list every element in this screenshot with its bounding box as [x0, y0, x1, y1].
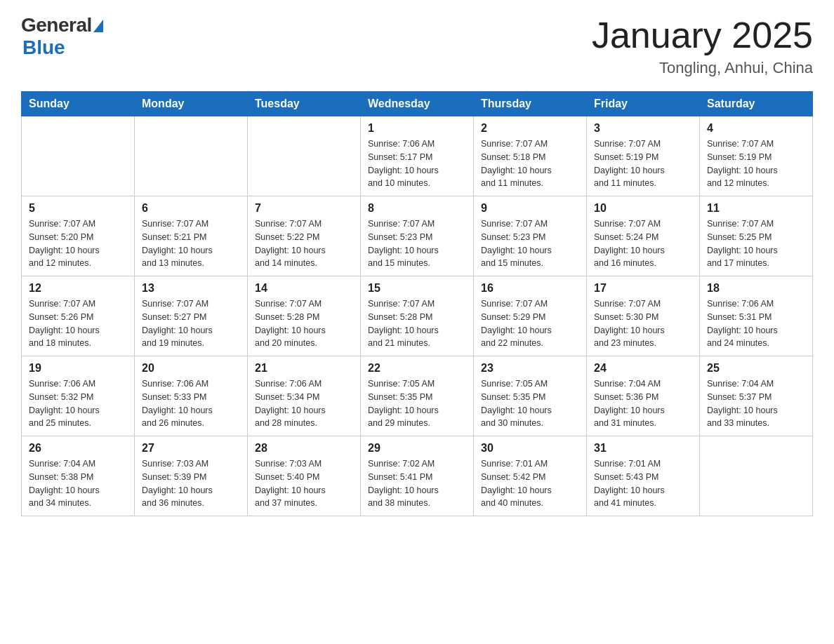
calendar-cell: 3Sunrise: 7:07 AMSunset: 5:19 PMDaylight…: [587, 116, 700, 196]
calendar-cell: [22, 116, 135, 196]
calendar-cell: 11Sunrise: 7:07 AMSunset: 5:25 PMDayligh…: [700, 196, 813, 276]
calendar-cell: 19Sunrise: 7:06 AMSunset: 5:32 PMDayligh…: [22, 356, 135, 436]
title-block: January 2025 Tongling, Anhui, China: [592, 14, 813, 77]
calendar-cell: 14Sunrise: 7:07 AMSunset: 5:28 PMDayligh…: [248, 276, 361, 356]
weekday-header: Tuesday: [248, 92, 361, 116]
calendar-cell: 22Sunrise: 7:05 AMSunset: 5:35 PMDayligh…: [361, 356, 474, 436]
weekday-header: Wednesday: [361, 92, 474, 116]
day-number: 20: [142, 362, 240, 375]
calendar-table: SundayMondayTuesdayWednesdayThursdayFrid…: [21, 91, 813, 516]
calendar-week-row: 1Sunrise: 7:06 AMSunset: 5:17 PMDaylight…: [22, 116, 813, 196]
day-number: 24: [594, 362, 692, 375]
calendar-cell: [700, 436, 813, 516]
calendar-header-row: SundayMondayTuesdayWednesdayThursdayFrid…: [22, 92, 813, 116]
day-info: Sunrise: 7:07 AMSunset: 5:25 PMDaylight:…: [707, 217, 805, 270]
calendar-cell: 13Sunrise: 7:07 AMSunset: 5:27 PMDayligh…: [135, 276, 248, 356]
calendar-cell: 26Sunrise: 7:04 AMSunset: 5:38 PMDayligh…: [22, 436, 135, 516]
day-info: Sunrise: 7:04 AMSunset: 5:38 PMDaylight:…: [29, 457, 127, 510]
weekday-header: Monday: [135, 92, 248, 116]
day-number: 30: [481, 442, 579, 455]
day-number: 23: [481, 362, 579, 375]
calendar-week-row: 19Sunrise: 7:06 AMSunset: 5:32 PMDayligh…: [22, 356, 813, 436]
day-info: Sunrise: 7:05 AMSunset: 5:35 PMDaylight:…: [368, 377, 466, 430]
calendar-week-row: 5Sunrise: 7:07 AMSunset: 5:20 PMDaylight…: [22, 196, 813, 276]
day-info: Sunrise: 7:07 AMSunset: 5:29 PMDaylight:…: [481, 297, 579, 350]
day-number: 15: [368, 282, 466, 295]
day-info: Sunrise: 7:07 AMSunset: 5:30 PMDaylight:…: [594, 297, 692, 350]
calendar-cell: 6Sunrise: 7:07 AMSunset: 5:21 PMDaylight…: [135, 196, 248, 276]
calendar-cell: 8Sunrise: 7:07 AMSunset: 5:23 PMDaylight…: [361, 196, 474, 276]
day-info: Sunrise: 7:07 AMSunset: 5:27 PMDaylight:…: [142, 297, 240, 350]
day-number: 5: [29, 202, 127, 215]
day-info: Sunrise: 7:06 AMSunset: 5:31 PMDaylight:…: [707, 297, 805, 350]
day-info: Sunrise: 7:07 AMSunset: 5:28 PMDaylight:…: [368, 297, 466, 350]
calendar-cell: 16Sunrise: 7:07 AMSunset: 5:29 PMDayligh…: [474, 276, 587, 356]
day-number: 7: [255, 202, 353, 215]
day-info: Sunrise: 7:06 AMSunset: 5:33 PMDaylight:…: [142, 377, 240, 430]
day-number: 9: [481, 202, 579, 215]
weekday-header: Sunday: [22, 92, 135, 116]
calendar-cell: 5Sunrise: 7:07 AMSunset: 5:20 PMDaylight…: [22, 196, 135, 276]
day-number: 21: [255, 362, 353, 375]
day-number: 22: [368, 362, 466, 375]
day-info: Sunrise: 7:06 AMSunset: 5:32 PMDaylight:…: [29, 377, 127, 430]
calendar-cell: 24Sunrise: 7:04 AMSunset: 5:36 PMDayligh…: [587, 356, 700, 436]
day-info: Sunrise: 7:04 AMSunset: 5:37 PMDaylight:…: [707, 377, 805, 430]
day-info: Sunrise: 7:06 AMSunset: 5:34 PMDaylight:…: [255, 377, 353, 430]
day-info: Sunrise: 7:05 AMSunset: 5:35 PMDaylight:…: [481, 377, 579, 430]
weekday-header: Friday: [587, 92, 700, 116]
day-info: Sunrise: 7:07 AMSunset: 5:22 PMDaylight:…: [255, 217, 353, 270]
day-info: Sunrise: 7:04 AMSunset: 5:36 PMDaylight:…: [594, 377, 692, 430]
weekday-header: Saturday: [700, 92, 813, 116]
calendar-cell: 15Sunrise: 7:07 AMSunset: 5:28 PMDayligh…: [361, 276, 474, 356]
logo-blue-text: Blue: [22, 36, 65, 59]
calendar-cell: 1Sunrise: 7:06 AMSunset: 5:17 PMDaylight…: [361, 116, 474, 196]
day-info: Sunrise: 7:03 AMSunset: 5:39 PMDaylight:…: [142, 457, 240, 510]
day-number: 11: [707, 202, 805, 215]
calendar-cell: 30Sunrise: 7:01 AMSunset: 5:42 PMDayligh…: [474, 436, 587, 516]
day-info: Sunrise: 7:01 AMSunset: 5:42 PMDaylight:…: [481, 457, 579, 510]
calendar-cell: 17Sunrise: 7:07 AMSunset: 5:30 PMDayligh…: [587, 276, 700, 356]
day-number: 13: [142, 282, 240, 295]
calendar-cell: 31Sunrise: 7:01 AMSunset: 5:43 PMDayligh…: [587, 436, 700, 516]
calendar-cell: [248, 116, 361, 196]
day-info: Sunrise: 7:07 AMSunset: 5:26 PMDaylight:…: [29, 297, 127, 350]
calendar-cell: 27Sunrise: 7:03 AMSunset: 5:39 PMDayligh…: [135, 436, 248, 516]
calendar-week-row: 26Sunrise: 7:04 AMSunset: 5:38 PMDayligh…: [22, 436, 813, 516]
day-info: Sunrise: 7:07 AMSunset: 5:19 PMDaylight:…: [707, 137, 805, 190]
weekday-header: Thursday: [474, 92, 587, 116]
day-number: 25: [707, 362, 805, 375]
day-info: Sunrise: 7:02 AMSunset: 5:41 PMDaylight:…: [368, 457, 466, 510]
day-number: 28: [255, 442, 353, 455]
day-info: Sunrise: 7:07 AMSunset: 5:23 PMDaylight:…: [368, 217, 466, 270]
calendar-cell: 25Sunrise: 7:04 AMSunset: 5:37 PMDayligh…: [700, 356, 813, 436]
day-number: 1: [368, 122, 466, 135]
page-header: General Blue January 2025 Tongling, Anhu…: [21, 14, 813, 77]
calendar-week-row: 12Sunrise: 7:07 AMSunset: 5:26 PMDayligh…: [22, 276, 813, 356]
calendar-cell: 29Sunrise: 7:02 AMSunset: 5:41 PMDayligh…: [361, 436, 474, 516]
calendar-cell: 2Sunrise: 7:07 AMSunset: 5:18 PMDaylight…: [474, 116, 587, 196]
calendar-cell: 21Sunrise: 7:06 AMSunset: 5:34 PMDayligh…: [248, 356, 361, 436]
day-number: 4: [707, 122, 805, 135]
day-number: 17: [594, 282, 692, 295]
day-info: Sunrise: 7:07 AMSunset: 5:18 PMDaylight:…: [481, 137, 579, 190]
page-subtitle: Tongling, Anhui, China: [592, 59, 813, 77]
day-info: Sunrise: 7:01 AMSunset: 5:43 PMDaylight:…: [594, 457, 692, 510]
calendar-cell: 12Sunrise: 7:07 AMSunset: 5:26 PMDayligh…: [22, 276, 135, 356]
day-number: 19: [29, 362, 127, 375]
day-number: 2: [481, 122, 579, 135]
logo-triangle-icon: [93, 20, 103, 32]
logo-general-text: General: [21, 14, 92, 36]
logo: General Blue: [21, 14, 103, 59]
calendar-cell: 20Sunrise: 7:06 AMSunset: 5:33 PMDayligh…: [135, 356, 248, 436]
day-number: 18: [707, 282, 805, 295]
calendar-cell: 18Sunrise: 7:06 AMSunset: 5:31 PMDayligh…: [700, 276, 813, 356]
calendar-cell: 23Sunrise: 7:05 AMSunset: 5:35 PMDayligh…: [474, 356, 587, 436]
calendar-cell: 10Sunrise: 7:07 AMSunset: 5:24 PMDayligh…: [587, 196, 700, 276]
day-number: 16: [481, 282, 579, 295]
calendar-cell: 7Sunrise: 7:07 AMSunset: 5:22 PMDaylight…: [248, 196, 361, 276]
day-info: Sunrise: 7:07 AMSunset: 5:23 PMDaylight:…: [481, 217, 579, 270]
day-info: Sunrise: 7:03 AMSunset: 5:40 PMDaylight:…: [255, 457, 353, 510]
calendar-cell: 4Sunrise: 7:07 AMSunset: 5:19 PMDaylight…: [700, 116, 813, 196]
day-number: 3: [594, 122, 692, 135]
